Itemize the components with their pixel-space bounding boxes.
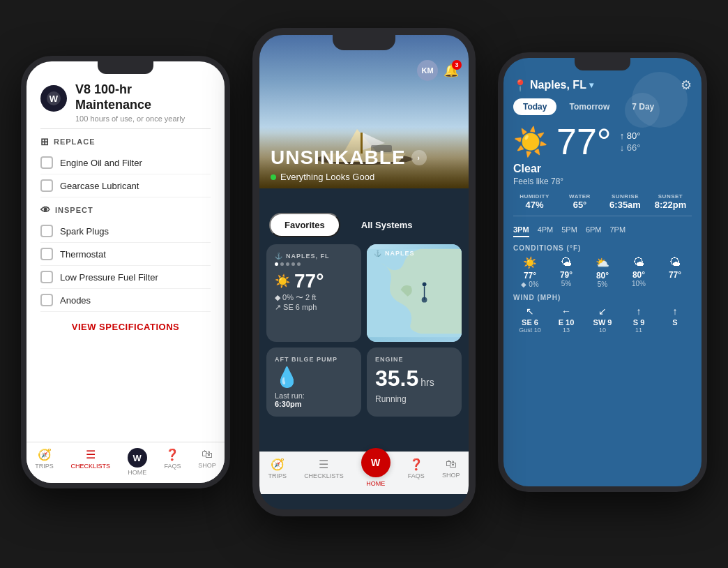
home-center-button[interactable]: W — [361, 448, 390, 477]
wind-val-2: E 10 — [549, 318, 583, 327]
engine-hours-row: 35.5 hrs — [375, 366, 453, 391]
engine-widget[interactable]: ENGINE 35.5 hrs Running — [367, 347, 462, 417]
wind-val-5: S — [658, 318, 692, 327]
maintenance-subtitle: 100 hours of use, or once yearly — [75, 114, 211, 123]
wind-gust-3: 10 — [586, 327, 619, 334]
checkbox-gearcase[interactable] — [40, 179, 53, 192]
bilge-last-run: Last run: — [275, 391, 353, 400]
time-3pm[interactable]: 3PM — [513, 223, 529, 237]
checklist-title-block: V8 100-hr Maintenance 100 hours of use, … — [75, 82, 211, 123]
mid-phone: KM 🔔 3 UNSINKABLE › Everything Looks Goo… — [252, 28, 476, 516]
mid-notch — [333, 35, 395, 50]
tab-all-systems[interactable]: All Systems — [347, 213, 427, 237]
condition-label: Clear — [513, 163, 692, 175]
weather-anchor-icon: ⚓ — [275, 253, 283, 260]
widget-tabs: Favorites All Systems — [259, 213, 469, 237]
shop-label-mid: SHOP — [442, 472, 460, 479]
location-row: 📍 Naples, FL ▾ — [513, 79, 593, 92]
checkbox-engine-oil[interactable] — [40, 156, 53, 169]
map-anchor-icon: ⚓ — [374, 250, 382, 257]
nav-faqs-left[interactable]: ❓ FAQS — [164, 448, 181, 476]
hourly-precip-3: 5% — [586, 281, 619, 288]
home-label-mid: HOME — [366, 480, 385, 487]
brand-logo: W — [40, 85, 67, 112]
nav-home-left[interactable]: W HOME — [128, 448, 147, 476]
checkbox-spark-plugs[interactable] — [40, 225, 53, 237]
wind-arrow-1: ↖ — [513, 306, 547, 317]
map-location: NAPLES — [385, 250, 415, 257]
checklist-item-fuel-filter[interactable]: Low Pressure Fuel Filter — [40, 266, 211, 289]
nav-trips-left[interactable]: 🧭 TRIPS — [35, 448, 54, 476]
checkbox-thermostat[interactable] — [40, 248, 53, 260]
weather-temp: 77° — [294, 270, 324, 292]
humidity-value: 47% — [513, 200, 556, 210]
right-notch — [575, 58, 630, 70]
hourly-temp-5: 77° — [658, 270, 692, 280]
temp-range: ↑ 80° ↓ 66° — [620, 130, 641, 153]
stat-sunset: SUNSET 8:22pm — [649, 193, 692, 210]
wind-3: ↙ SW 9 10 — [586, 306, 619, 334]
time-6pm[interactable]: 6PM — [586, 223, 602, 237]
wind-2: ← E 10 13 — [549, 306, 583, 334]
tab-favorites[interactable]: Favorites — [269, 213, 340, 237]
boat-name-row: UNSINKABLE › — [271, 147, 457, 169]
hourly-grid: ☀️ 77° ◆ 0% 🌤 79° 5% ⛅ 80° 5% 🌤 80° — [513, 256, 692, 288]
faqs-icon-mid: ❓ — [409, 458, 423, 471]
engine-hours: 35.5 — [375, 366, 418, 391]
wind-grid: ↖ SE 6 Gust 10 ← E 10 13 ↙ SW 9 10 ↑ S 9 — [513, 306, 692, 334]
notification-badge: 3 — [452, 60, 462, 70]
hourly-precip-4: 10% — [622, 280, 655, 287]
time-5pm[interactable]: 5PM — [561, 223, 577, 237]
wind-val-1: SE 6 — [513, 318, 547, 327]
nav-faqs-mid[interactable]: ❓ FAQS — [408, 458, 425, 487]
hourly-icon-3: ⛅ — [586, 256, 619, 269]
wind-arrow-2: ← — [549, 306, 583, 317]
notification-bell[interactable]: 🔔 3 — [443, 63, 459, 78]
temp-low: ↓ 66° — [620, 142, 641, 153]
time-7pm[interactable]: 7PM — [610, 223, 626, 237]
humidity-label: HUMIDITY — [513, 193, 556, 200]
nav-shop-left[interactable]: 🛍 SHOP — [198, 448, 216, 476]
nav-trips-mid[interactable]: 🧭 TRIPS — [268, 458, 287, 487]
checklist-item-engine-oil[interactable]: Engine Oil and Filter — [40, 151, 211, 174]
weather-location-text: Naples, FL — [530, 79, 586, 91]
hourly-icon-1: ☀️ — [513, 256, 547, 269]
checklist-header: W V8 100-hr Maintenance 100 hours of use… — [40, 82, 211, 123]
tab-today[interactable]: Today — [513, 98, 556, 115]
hourly-icon-2: 🌤 — [549, 256, 583, 269]
mid-bottom-nav: 🧭 TRIPS ☰ CHECKLISTS W HOME ❓ FAQS 🛍 SHO… — [259, 451, 469, 494]
nav-shop-mid[interactable]: 🛍 SHOP — [442, 458, 460, 487]
checklist-item-spark-plugs[interactable]: Spark Plugs — [40, 220, 211, 243]
hourly-temp-2: 79° — [549, 270, 583, 280]
view-specifications-button[interactable]: VIEW SPECIFICATIONS — [40, 312, 211, 342]
weather-precip: ◆ 0% 〜 2 ft — [275, 292, 353, 303]
hourly-temp-4: 80° — [622, 270, 655, 280]
nav-checklists-mid[interactable]: ☰ CHECKLISTS — [304, 458, 344, 487]
status-dot — [271, 174, 276, 180]
engine-hrs-unit: hrs — [420, 377, 434, 388]
map-svg — [367, 244, 462, 342]
tab-tomorrow[interactable]: Tomorrow — [559, 98, 619, 115]
water-label: WATER — [559, 193, 601, 200]
bilge-pump-widget[interactable]: AFT BILGE PUMP 💧 Last run: 6:30pm — [266, 347, 361, 417]
inspect-icon: 👁 — [40, 204, 51, 216]
checklist-item-thermostat[interactable]: Thermostat — [40, 243, 211, 266]
nav-home-mid[interactable]: W HOME — [361, 458, 390, 487]
chevron-down-icon[interactable]: ▾ — [589, 80, 593, 90]
mid-header: KM 🔔 3 — [259, 54, 469, 87]
wind-val-4: S 9 — [622, 318, 655, 327]
item-label-engine-oil: Engine Oil and Filter — [60, 158, 142, 168]
location-pin-icon: 📍 — [513, 79, 527, 92]
nav-checklists-left[interactable]: ☰ CHECKLISTS — [71, 448, 111, 476]
checkbox-anodes[interactable] — [40, 294, 53, 306]
weather-location: NAPLES, FL — [286, 253, 330, 260]
map-widget[interactable]: ⚓ NAPLES — [367, 244, 462, 342]
item-label-thermostat: Thermostat — [60, 249, 106, 260]
checklist-item-gearcase[interactable]: Gearcase Lubricant — [40, 174, 211, 197]
boat-forward-button[interactable]: › — [411, 150, 427, 165]
time-4pm[interactable]: 4PM — [538, 223, 554, 237]
weather-widget[interactable]: ⚓ NAPLES, FL ☀️ 77° ◆ 0% 〜 2 ft ↗ SE 6 m… — [266, 244, 361, 342]
checkbox-fuel-filter[interactable] — [40, 271, 53, 283]
faqs-label-left: FAQS — [164, 463, 181, 470]
checklist-item-anodes[interactable]: Anodes — [40, 289, 211, 312]
